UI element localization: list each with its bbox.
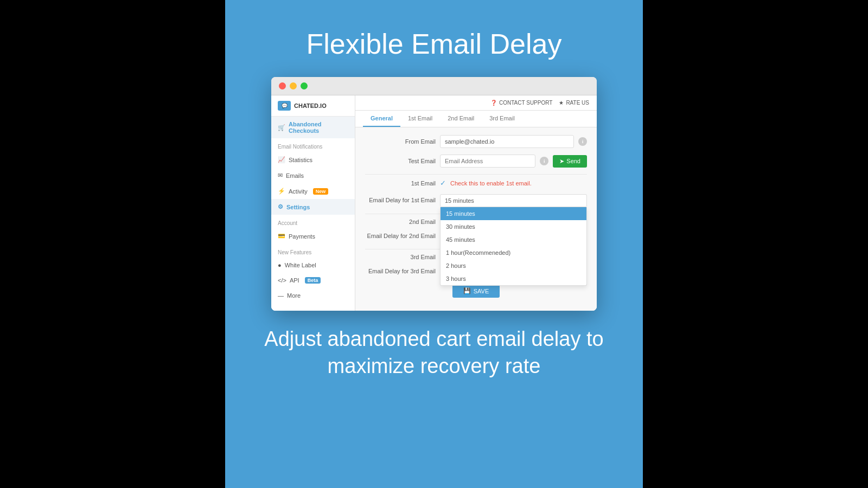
from-email-info-icon[interactable]: i	[578, 137, 587, 146]
abandoned-checkouts-label: Abandoned Checkouts	[289, 121, 348, 134]
divider-1	[365, 174, 587, 175]
right-panel	[643, 0, 868, 488]
send-label: Send	[566, 158, 580, 164]
sidebar-item-settings[interactable]: ⚙ Settings	[271, 199, 355, 215]
first-email-row: 1st Email ✓ Check this to enable 1st ema…	[365, 179, 587, 188]
email-delay-1st-row: Email Delay for 1st Email 15 minutes 15 …	[365, 194, 587, 207]
settings-label: Settings	[286, 204, 310, 210]
second-email-label: 2nd Email	[365, 219, 436, 225]
dropdown-item-30min[interactable]: 30 minutes	[441, 220, 586, 233]
sidebar-logo: 💬 CHATED.IO	[271, 95, 355, 117]
dropdown-item-15min[interactable]: 15 minutes	[441, 207, 586, 220]
sidebar-item-abandoned-checkouts[interactable]: 🛒 Abandoned Checkouts	[271, 117, 355, 138]
email-delay-1st-select[interactable]: 15 minutes	[440, 194, 587, 207]
first-email-check-text: Check this to enable 1st email.	[450, 180, 532, 187]
bottom-text: Adjust abandoned cart email delay to max…	[225, 326, 643, 380]
dropdown-open: 15 minutes 30 minutes 45 minutes 1 hour(…	[440, 207, 587, 286]
logo-icon: 💬	[278, 101, 291, 111]
rate-us-label: RATE US	[566, 100, 589, 106]
test-email-input[interactable]	[440, 155, 535, 168]
save-button[interactable]: 💾 SAVE	[452, 284, 500, 298]
sidebar-item-api[interactable]: </> API Beta	[271, 273, 355, 288]
from-email-label: From Email	[365, 138, 436, 145]
sidebar-item-statistics[interactable]: 📈 Statistics	[271, 152, 355, 168]
sidebar-section-email-notifications: Email Notifications	[271, 138, 355, 152]
left-panel	[0, 0, 225, 488]
api-badge: Beta	[305, 277, 321, 284]
rate-us-icon: ★	[559, 100, 564, 106]
email-delay-1st-label: Email Delay for 1st Email	[365, 197, 436, 203]
form-area: From Email i Test Email i ➤ Send	[355, 127, 597, 311]
test-email-info-icon[interactable]: i	[540, 157, 548, 165]
logo-icon-symbol: 💬	[282, 103, 288, 108]
test-email-label: Test Email	[365, 158, 436, 164]
tab-2nd-email[interactable]: 2nd Email	[440, 111, 482, 127]
sidebar-item-more[interactable]: — More	[271, 288, 355, 303]
sidebar-section-new-features: New Features	[271, 244, 355, 258]
email-delay-3rd-label: Email Delay for 3rd Email	[365, 268, 436, 274]
content-area: ❓ CONTACT SUPPORT ★ RATE US General 1st …	[355, 95, 597, 311]
contact-support-label: CONTACT SUPPORT	[499, 100, 552, 106]
api-icon: </>	[278, 277, 286, 284]
sidebar-item-emails[interactable]: ✉ Emails	[271, 168, 355, 183]
contact-support-button[interactable]: ❓ CONTACT SUPPORT	[490, 100, 552, 106]
center-panel: Flexible Email Delay 💬 CHATED.IO 🛒 Aband…	[225, 0, 643, 488]
white-label-label: White Label	[285, 262, 316, 268]
first-email-checkbox[interactable]: ✓	[440, 179, 446, 188]
more-label: More	[287, 292, 301, 299]
window-body: 💬 CHATED.IO 🛒 Abandoned Checkouts Email …	[271, 95, 597, 311]
logo-text: CHATED.IO	[294, 102, 327, 109]
statistics-label: Statistics	[289, 157, 312, 163]
test-email-row: Test Email i ➤ Send	[365, 155, 587, 168]
api-label: API	[290, 277, 299, 284]
payments-icon: 💳	[278, 233, 285, 240]
from-email-input[interactable]	[440, 135, 574, 148]
sidebar-item-payments[interactable]: 💳 Payments	[271, 228, 355, 244]
sidebar: 💬 CHATED.IO 🛒 Abandoned Checkouts Email …	[271, 95, 355, 311]
white-label-icon: ●	[278, 262, 282, 268]
activity-icon: ⚡	[278, 188, 285, 195]
first-email-label: 1st Email	[365, 180, 436, 187]
statistics-icon: 📈	[278, 156, 285, 163]
traffic-light-green[interactable]	[301, 82, 308, 89]
traffic-light-red[interactable]	[279, 82, 286, 89]
save-area: 💾 SAVE	[365, 284, 587, 303]
sidebar-section-account: Account	[271, 215, 355, 228]
from-email-row: From Email i	[365, 135, 587, 148]
dropdown-item-3hours[interactable]: 3 hours	[441, 272, 586, 285]
send-icon: ➤	[559, 158, 564, 165]
dropdown-item-1hour[interactable]: 1 hour(Recommeneded)	[441, 246, 586, 259]
activity-badge: New	[313, 188, 329, 195]
abandoned-checkouts-icon: 🛒	[278, 124, 285, 131]
emails-label: Emails	[286, 172, 304, 179]
save-label: SAVE	[474, 288, 489, 294]
tab-3rd-email[interactable]: 3rd Email	[482, 111, 522, 127]
tabs-bar: General 1st Email 2nd Email 3rd Email	[355, 111, 597, 127]
emails-icon: ✉	[278, 172, 283, 179]
tab-general[interactable]: General	[363, 111, 400, 127]
settings-icon: ⚙	[278, 203, 283, 210]
dropdown-item-2hours[interactable]: 2 hours	[441, 259, 586, 272]
payments-label: Payments	[289, 233, 315, 240]
contact-support-icon: ❓	[490, 100, 497, 106]
top-bar-right: ❓ CONTACT SUPPORT ★ RATE US	[490, 100, 589, 106]
traffic-light-yellow[interactable]	[290, 82, 297, 89]
dropdown-item-45min[interactable]: 45 minutes	[441, 233, 586, 246]
activity-label: Activity	[289, 188, 308, 195]
email-delay-2nd-label: Email Delay for 2nd Email	[365, 233, 436, 239]
send-button[interactable]: ➤ Send	[553, 155, 587, 168]
window-titlebar	[271, 77, 597, 95]
rate-us-button[interactable]: ★ RATE US	[559, 100, 589, 106]
save-icon: 💾	[463, 287, 471, 294]
tab-1st-email[interactable]: 1st Email	[400, 111, 440, 127]
email-delay-1st-select-wrapper: 15 minutes 15 minutes 30 minutes 45 minu…	[440, 194, 587, 207]
main-title: Flexible Email Delay	[306, 27, 561, 61]
app-window: 💬 CHATED.IO 🛒 Abandoned Checkouts Email …	[271, 77, 597, 311]
sidebar-item-white-label[interactable]: ● White Label	[271, 258, 355, 273]
sidebar-item-activity[interactable]: ⚡ Activity New	[271, 183, 355, 199]
third-email-label: 3rd Email	[365, 254, 436, 260]
more-icon: —	[278, 292, 284, 299]
top-bar: ❓ CONTACT SUPPORT ★ RATE US	[355, 95, 597, 111]
